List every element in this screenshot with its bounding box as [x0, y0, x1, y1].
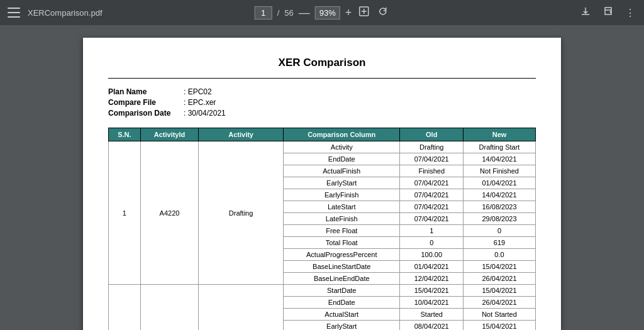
toolbar-right: ⋮ [579, 4, 636, 21]
toolbar-center: / 56 — + [255, 4, 390, 21]
cell-sn: 1 [109, 141, 141, 285]
col-sn: S.N. [109, 128, 141, 141]
cell-activity-id: A4230 [140, 285, 198, 331]
col-activity-id: ActivityId [140, 128, 198, 141]
zoom-out-button[interactable]: — [299, 7, 310, 18]
table-row: 2A4230Study CompleteStartDate15/04/20211… [109, 285, 536, 297]
meta-plan-name: Plan Name : EPC02 [108, 87, 536, 96]
cell-old: 07/04/2021 [400, 189, 464, 201]
cell-old: 100.00 [400, 249, 464, 261]
col-old: Old [400, 128, 464, 141]
page-total: 56 [284, 8, 293, 18]
cell-new: Not Finished [464, 165, 536, 177]
page-input[interactable] [255, 6, 272, 19]
cell-comparison-column: EndDate [284, 153, 400, 165]
cell-activity: Study Complete [199, 285, 284, 331]
cell-new: 619 [464, 237, 536, 249]
cell-new: Not Started [464, 309, 536, 321]
report-meta: Plan Name : EPC02 Compare File : EPC.xer… [108, 87, 536, 118]
download-button[interactable] [579, 4, 592, 21]
cell-old: Finished [400, 165, 464, 177]
cell-activity: Drafting [199, 141, 284, 285]
cell-comparison-column: EarlyStart [284, 177, 400, 189]
cell-old: 07/04/2021 [400, 153, 464, 165]
comparison-table: S.N. ActivityId Activity Comparison Colu… [108, 128, 536, 330]
svg-point-4 [610, 11, 611, 13]
cell-new: 29/08/2023 [464, 213, 536, 225]
toolbar: XERComparison.pdf / 56 — + [0, 0, 644, 25]
cell-comparison-column: StartDate [284, 285, 400, 297]
cell-new: 15/04/2021 [464, 285, 536, 297]
cell-old: 07/04/2021 [400, 177, 464, 189]
cell-activity-id: A4220 [140, 141, 198, 285]
zoom-in-button[interactable]: + [345, 7, 352, 18]
table-header-row: S.N. ActivityId Activity Comparison Colu… [109, 128, 536, 141]
cell-old: Started [400, 309, 464, 321]
cell-comparison-column: ActualStart [284, 309, 400, 321]
cell-comparison-column: EarlyFinish [284, 189, 400, 201]
cell-new: 14/04/2021 [464, 189, 536, 201]
cell-old: 01/04/2021 [400, 261, 464, 273]
cell-old: 08/04/2021 [400, 321, 464, 331]
more-options-button[interactable]: ⋮ [624, 6, 636, 20]
cell-new: 14/04/2021 [464, 153, 536, 165]
page-separator: / [277, 8, 280, 18]
cell-sn: 2 [109, 285, 141, 331]
cell-new: Drafting Start [464, 141, 536, 153]
meta-compare-file: Compare File : EPC.xer [108, 98, 536, 107]
col-new: New [464, 128, 536, 141]
cell-new: 15/04/2021 [464, 321, 536, 331]
cell-comparison-column: Free Float [284, 225, 400, 237]
cell-old: 0 [400, 237, 464, 249]
zoom-input[interactable] [315, 6, 340, 19]
cell-comparison-column: BaseLineStartDate [284, 261, 400, 273]
cell-old: 12/04/2021 [400, 273, 464, 285]
cell-new: 0 [464, 225, 536, 237]
cell-new: 0.0 [464, 249, 536, 261]
cell-old: 07/04/2021 [400, 213, 464, 225]
cell-comparison-column: EarlyStart [284, 321, 400, 331]
menu-icon[interactable] [8, 8, 20, 18]
pdf-viewer: XER Comparison Plan Name : EPC02 Compare… [0, 25, 644, 330]
cell-new: 15/04/2021 [464, 261, 536, 273]
cell-new: 01/04/2021 [464, 177, 536, 189]
pdf-page: XER Comparison Plan Name : EPC02 Compare… [83, 38, 561, 330]
cell-old: 07/04/2021 [400, 201, 464, 213]
cell-new: 26/04/2021 [464, 273, 536, 285]
report-title: XER Comparison [108, 57, 536, 69]
cell-comparison-column: ActualProgressPercent [284, 249, 400, 261]
cell-comparison-column: Total Float [284, 237, 400, 249]
cell-old: 1 [400, 225, 464, 237]
cell-new: 26/04/2021 [464, 297, 536, 309]
fit-page-button[interactable] [357, 4, 370, 21]
cell-old: 10/04/2021 [400, 297, 464, 309]
col-comparison-column: Comparison Column [284, 128, 400, 141]
report-divider [108, 78, 536, 79]
meta-comparison-date: Comparison Date : 30/04/2021 [108, 109, 536, 118]
filename-label: XERComparison.pdf [28, 8, 103, 18]
cell-comparison-column: EndDate [284, 297, 400, 309]
cell-new: 16/08/2023 [464, 201, 536, 213]
cell-comparison-column: Activity [284, 141, 400, 153]
cell-comparison-column: BaseLineEndDate [284, 273, 400, 285]
rotate-button[interactable] [375, 4, 389, 21]
col-activity: Activity [199, 128, 284, 141]
cell-comparison-column: LateFinish [284, 213, 400, 225]
cell-comparison-column: LateStart [284, 201, 400, 213]
cell-old: Drafting [400, 141, 464, 153]
table-row: 1A4220DraftingActivityDraftingDrafting S… [109, 141, 536, 153]
cell-old: 15/04/2021 [400, 285, 464, 297]
cell-comparison-column: ActualFinish [284, 165, 400, 177]
print-button[interactable] [601, 4, 615, 21]
